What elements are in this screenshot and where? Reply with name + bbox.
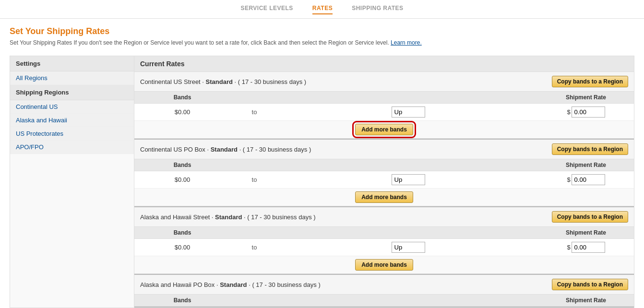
sidebar-item-all-regions[interactable]: All Regions (10, 71, 134, 85)
band-up-field-1-1[interactable] (392, 107, 425, 118)
band-up-input-2-1[interactable] (278, 174, 538, 185)
copy-bands-button-2[interactable]: Copy bands to a Region (552, 143, 628, 155)
shipment-rate-col-label-3: Shipment Rate (538, 229, 634, 236)
band-rate-field-1-1[interactable] (572, 107, 605, 118)
rate-section-title-3: Alaska and Hawaii Street · Standard · ( … (140, 213, 316, 221)
bands-col-label-4: Bands (134, 297, 230, 304)
band-up-input-3-1[interactable] (278, 242, 538, 253)
band-from-val-2-1: $0.00 (134, 176, 230, 183)
tab-rates[interactable]: RATES (312, 5, 333, 14)
band-up-field-2-1[interactable] (392, 174, 425, 185)
sidebar-item-continental-us[interactable]: Continental US (10, 100, 134, 114)
rate-section-alaska-hawaii-po-box: Alaska and Hawaii PO Box · Standard · ( … (134, 275, 634, 308)
band-shiprate-1-1: $ (538, 107, 634, 118)
add-more-bands-button-3[interactable]: Add more bands (355, 259, 413, 271)
add-bands-row-2: Add more bands (134, 189, 634, 206)
band-to-label-3-1: to (230, 244, 278, 251)
band-row-2-1: $0.00 to $ (134, 171, 634, 189)
shipment-rate-col-label-4: Shipment Rate (538, 297, 634, 304)
top-navigation: SERVICE LEVELS RATES SHIPPING RATES (0, 0, 644, 19)
band-row-3-1: $0.00 to $ (134, 239, 634, 256)
shipping-regions-header: Shipping Regions (10, 85, 134, 100)
bands-col-label-3: Bands (134, 229, 230, 236)
rate-section-header-3: Alaska and Hawaii Street · Standard · ( … (134, 207, 634, 227)
add-bands-row-1: Add more bands (134, 121, 634, 139)
all-regions-link[interactable]: All Regions (16, 74, 48, 82)
bands-header-row-4: Bands Shipment Rate (134, 295, 634, 307)
main-layout: Settings All Regions Shipping Regions Co… (10, 56, 634, 308)
page-header: Set Your Shipping Rates Set Your Shippin… (0, 19, 644, 51)
band-shiprate-2-1: $ (538, 174, 634, 185)
rate-section-title-2: Continental US PO Box · Standard · ( 17 … (140, 146, 311, 153)
rate-section-continental-us-po-box: Continental US PO Box · Standard · ( 17 … (134, 140, 634, 207)
add-more-bands-button-1[interactable]: Add more bands (355, 124, 413, 135)
copy-bands-button-4[interactable]: Copy bands to a Region (552, 279, 628, 290)
rate-section-continental-us-street: Continental US Street · Standard · ( 17 … (134, 72, 634, 140)
add-bands-row-3: Add more bands (134, 256, 634, 274)
shipment-rate-col-label-1: Shipment Rate (538, 94, 634, 101)
rate-section-title-1: Continental US Street · Standard · ( 17 … (140, 78, 306, 85)
rate-section-header-2: Continental US PO Box · Standard · ( 17 … (134, 140, 634, 159)
copy-bands-button-1[interactable]: Copy bands to a Region (552, 76, 628, 87)
band-up-input-1-1[interactable] (278, 107, 538, 118)
band-to-label-1-1: to (230, 108, 278, 116)
band-rate-field-3-1[interactable] (572, 242, 605, 253)
learn-more-link[interactable]: Learn more. (391, 39, 422, 46)
shipment-rate-col-label-2: Shipment Rate (538, 162, 634, 168)
content-area: Current Rates Continental US Street · St… (134, 56, 634, 308)
bands-header-row-1: Bands Shipment Rate (134, 92, 634, 104)
sidebar-item-us-protectorates[interactable]: US Protectorates (10, 127, 134, 141)
bands-col-label-2: Bands (134, 162, 230, 168)
rate-section-alaska-hawaii-street: Alaska and Hawaii Street · Standard · ( … (134, 207, 634, 275)
rate-section-header-1: Continental US Street · Standard · ( 17 … (134, 72, 634, 92)
rate-section-header-4: Alaska and Hawaii PO Box · Standard · ( … (134, 275, 634, 295)
bands-header-row-2: Bands Shipment Rate (134, 159, 634, 171)
bands-header-row-3: Bands Shipment Rate (134, 227, 634, 239)
band-shiprate-3-1: $ (538, 242, 634, 253)
band-to-label-2-1: to (230, 176, 278, 183)
current-rates-header: Current Rates (134, 56, 634, 72)
rate-section-title-4: Alaska and Hawaii PO Box · Standard · ( … (140, 281, 321, 288)
band-row-1-1: $0.00 to $ (134, 104, 634, 121)
bands-col-label-1: Bands (134, 94, 230, 101)
settings-header: Settings (10, 56, 134, 71)
sidebar-item-apo-fpo[interactable]: APO/FPO (10, 141, 134, 154)
tab-service-levels[interactable]: SERVICE LEVELS (240, 5, 293, 14)
band-up-field-3-1[interactable] (392, 242, 425, 253)
band-from-val-3-1: $0.00 (134, 244, 230, 251)
copy-bands-button-3[interactable]: Copy bands to a Region (552, 211, 628, 223)
tab-shipping-rates[interactable]: SHIPPING RATES (352, 5, 403, 14)
page-description: Set Your Shipping Rates If you don't see… (10, 39, 634, 46)
page-title: Set Your Shipping Rates (10, 26, 634, 36)
add-more-bands-button-2[interactable]: Add more bands (355, 191, 413, 203)
sidebar-item-alaska-hawaii[interactable]: Alaska and Hawaii (10, 114, 134, 127)
band-from-val-1-1: $0.00 (134, 108, 230, 116)
band-rate-field-2-1[interactable] (572, 174, 605, 185)
sidebar: Settings All Regions Shipping Regions Co… (10, 56, 134, 308)
